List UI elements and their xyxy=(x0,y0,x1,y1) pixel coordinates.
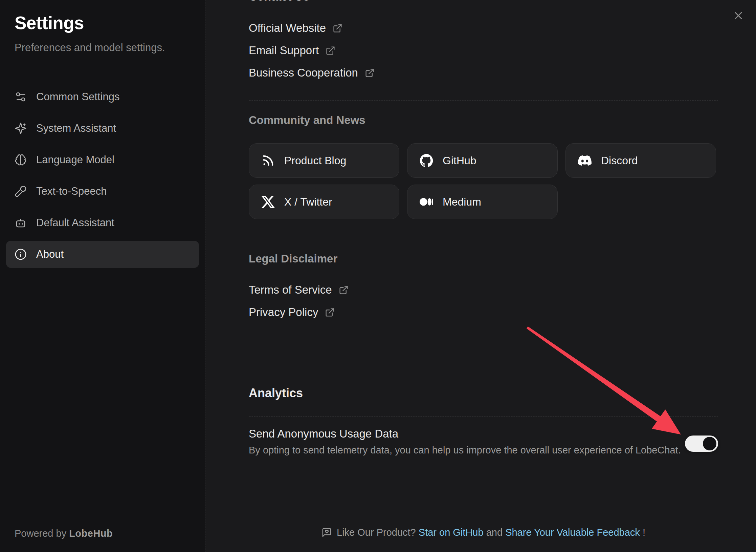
product-blog-button[interactable]: Product Blog xyxy=(249,143,399,178)
sidebar-item-common-settings[interactable]: Common Settings xyxy=(6,83,199,110)
button-label: Medium xyxy=(443,196,481,208)
terms-of-service-link[interactable]: Terms of Service xyxy=(249,279,718,301)
bot-icon xyxy=(15,217,27,229)
link-label: Official Website xyxy=(249,22,326,35)
brain-icon xyxy=(15,154,27,166)
page-title: Settings xyxy=(15,12,191,34)
sidebar-item-label: Text-to-Speech xyxy=(36,185,107,197)
footer-text: and xyxy=(484,527,506,538)
about-settings-panel: Contact Us Official Website Email Suppor… xyxy=(205,0,756,552)
sliders-icon xyxy=(15,91,27,103)
sidebar-item-label: About xyxy=(36,248,64,260)
footer-text: Like Our Product? xyxy=(337,527,419,538)
toggle-knob xyxy=(703,437,716,450)
button-label: X / Twitter xyxy=(284,196,332,208)
privacy-policy-link[interactable]: Privacy Policy xyxy=(249,301,718,323)
telemetry-setting-row: Send Anonymous Usage Data By opting to s… xyxy=(249,426,718,457)
community-heading: Community and News xyxy=(249,113,718,128)
x-twitter-button[interactable]: X / Twitter xyxy=(249,185,399,219)
sidebar-item-system-assistant[interactable]: System Assistant xyxy=(6,115,199,142)
button-label: GitHub xyxy=(443,154,476,167)
lobehub-brand: LobeHub xyxy=(69,528,113,539)
sparkles-icon xyxy=(15,122,27,134)
share-feedback-link[interactable]: Share Your Valuable Feedback xyxy=(505,527,640,538)
info-icon xyxy=(15,248,27,260)
message-heart-icon xyxy=(321,527,332,538)
page-subtitle: Preferences and model settings. xyxy=(15,41,191,55)
analytics-heading: Analytics xyxy=(249,386,718,401)
external-link-icon xyxy=(339,285,349,295)
link-label: Privacy Policy xyxy=(249,306,318,319)
link-label: Terms of Service xyxy=(249,283,332,296)
microphone-icon xyxy=(15,185,27,197)
section-divider xyxy=(249,416,718,417)
external-link-icon xyxy=(365,68,375,78)
legal-heading: Legal Disclaimer xyxy=(249,251,718,266)
telemetry-setting-title: Send Anonymous Usage Data xyxy=(249,426,681,441)
sidebar-item-about[interactable]: About xyxy=(6,241,199,268)
button-label: Product Blog xyxy=(284,154,346,167)
medium-button[interactable]: Medium xyxy=(407,185,558,219)
community-buttons: Product Blog GitHub Discord X / Twitter … xyxy=(249,143,718,219)
powered-by: Powered byLobeHub xyxy=(15,528,113,539)
contact-links: Official Website Email Support Business … xyxy=(249,17,718,84)
external-link-icon xyxy=(333,23,342,33)
business-cooperation-link[interactable]: Business Cooperation xyxy=(249,62,718,84)
link-label: Business Cooperation xyxy=(249,66,358,79)
telemetry-toggle[interactable] xyxy=(685,436,718,452)
discord-icon xyxy=(578,154,592,167)
email-support-link[interactable]: Email Support xyxy=(249,39,718,62)
contact-us-heading: Contact Us xyxy=(249,0,718,3)
sidebar-item-language-model[interactable]: Language Model xyxy=(6,146,199,173)
sidebar-item-label: Default Assistant xyxy=(36,217,114,229)
discord-button[interactable]: Discord xyxy=(565,143,716,178)
star-on-github-link[interactable]: Star on GitHub xyxy=(419,527,484,538)
official-website-link[interactable]: Official Website xyxy=(249,17,718,39)
link-label: Email Support xyxy=(249,44,319,57)
close-icon[interactable] xyxy=(732,9,744,22)
external-link-icon xyxy=(325,307,335,317)
feedback-footer: Like Our Product? Star on GitHub and Sha… xyxy=(249,527,718,538)
rss-icon xyxy=(261,154,275,167)
powered-by-text: Powered by xyxy=(15,528,66,539)
about-content: Contact Us Official Website Email Suppor… xyxy=(249,0,718,457)
sidebar-item-text-to-speech[interactable]: Text-to-Speech xyxy=(6,178,199,205)
medium-icon xyxy=(420,195,433,209)
section-divider xyxy=(249,100,718,101)
sidebar-item-label: System Assistant xyxy=(36,122,116,134)
github-icon xyxy=(420,154,433,167)
sidebar-item-label: Common Settings xyxy=(36,91,119,103)
sidebar-item-default-assistant[interactable]: Default Assistant xyxy=(6,209,199,236)
settings-sidebar: Settings Preferences and model settings.… xyxy=(0,0,205,552)
section-divider xyxy=(249,235,718,235)
telemetry-setting-text: Send Anonymous Usage Data By opting to s… xyxy=(249,426,681,457)
telemetry-setting-description: By opting to send telemetry data, you ca… xyxy=(249,443,681,457)
x-twitter-icon xyxy=(261,195,275,209)
button-label: Discord xyxy=(601,154,638,167)
external-link-icon xyxy=(326,46,335,56)
sidebar-item-label: Language Model xyxy=(36,154,114,166)
footer-text: ! xyxy=(640,527,645,538)
settings-nav: Common Settings System Assistant Languag… xyxy=(6,83,199,268)
legal-links: Terms of Service Privacy Policy xyxy=(249,279,718,323)
github-button[interactable]: GitHub xyxy=(407,143,558,178)
